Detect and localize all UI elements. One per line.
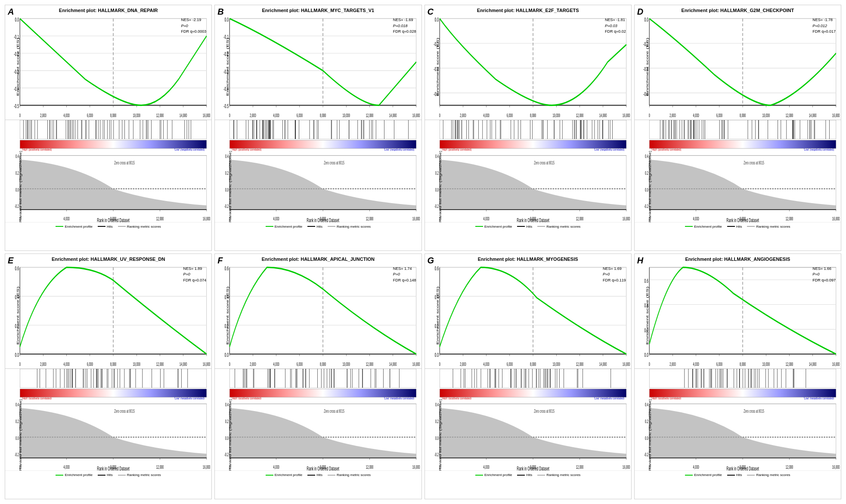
panel-id-E: E — [8, 256, 13, 266]
ranking-chart-D: 0.40.20.0-0.2 04,0008,00012,00016,000 Ze… — [635, 151, 841, 222]
legend-line-black-C — [517, 226, 525, 227]
svg-text:6,000: 6,000 — [297, 112, 303, 118]
svg-text:10,000: 10,000 — [343, 112, 350, 118]
svg-text:Rank in Ordered Dataset: Rank in Ordered Dataset — [517, 466, 549, 470]
svg-text:Enrichment score (ES): Enrichment score (ES) — [16, 38, 20, 96]
svg-text:0.2: 0.2 — [225, 170, 229, 176]
panel-id-D: D — [637, 7, 643, 17]
legend-line-green-C — [475, 226, 483, 227]
es-chart-F: 0.00.20.40.6 02,0004,0006,0008,00010,000… — [215, 263, 421, 369]
svg-text:4,000: 4,000 — [483, 112, 489, 118]
es-chart-B: 0.0-0.1-0.2-0.3-0.4-0.5 02,0004,0006,000… — [215, 14, 421, 120]
svg-text:0.0: 0.0 — [645, 187, 648, 192]
legend-ranking-label-B: Ranking metric scores — [337, 225, 371, 229]
svg-text:12,000: 12,000 — [156, 216, 164, 221]
legend-enrichment-F: Enrichment profile — [266, 473, 302, 477]
chart-area-A: 0.0-0.1-0.2-0.3-0.4-0.5 02,0004,0006,000… — [5, 14, 211, 250]
svg-text:6,000: 6,000 — [87, 112, 93, 118]
legend-line-black-F — [307, 475, 315, 476]
svg-text:14,000: 14,000 — [599, 112, 606, 118]
legend-line-black-G — [517, 475, 525, 476]
svg-text:0: 0 — [648, 112, 650, 118]
panel-id-H: H — [637, 256, 643, 266]
legend-ranking-label-H: Ranking metric scores — [756, 473, 790, 477]
svg-text:-0.2: -0.2 — [224, 452, 229, 458]
svg-text:4,000: 4,000 — [273, 216, 280, 221]
svg-text:16,000: 16,000 — [832, 112, 840, 118]
svg-text:-0.5: -0.5 — [14, 103, 19, 109]
svg-text:4,000: 4,000 — [63, 361, 69, 367]
legend-line-green-E — [56, 475, 63, 476]
svg-text:12,000: 12,000 — [156, 112, 164, 118]
panel-title-H: Enrichment plot: HALLMARK_ANGIOGENESIS — [635, 255, 841, 263]
svg-text:0.0: 0.0 — [225, 16, 229, 22]
hits-bar-C — [425, 120, 631, 139]
fdr-F: FDR q=0.148 — [393, 278, 416, 284]
legend-enrichment-C: Enrichment profile — [475, 225, 512, 229]
svg-text:16,000: 16,000 — [203, 216, 211, 221]
svg-text:12,000: 12,000 — [576, 361, 583, 367]
hits-bar-H — [635, 369, 841, 388]
svg-text:4,000: 4,000 — [273, 464, 280, 470]
panel-title-B: Enrichment plot: HALLMARK_MYC_TARGETS_V1 — [215, 6, 421, 14]
es-chart-G: 0.00.20.40.6 02,0004,0006,0008,00010,000… — [425, 263, 631, 369]
panel-id-A: A — [8, 7, 14, 17]
svg-text:16,000: 16,000 — [412, 216, 420, 221]
panel-D: D Enrichment plot: HALLMARK_G2M_CHECKPOI… — [634, 5, 841, 251]
svg-text:Ranked list metric (Signal2Noi: Ranked list metric (Signal2Noise) — [229, 151, 232, 222]
legend-line-green-A — [56, 226, 63, 227]
svg-text:0.0: 0.0 — [434, 16, 439, 22]
svg-text:Enrichment score (ES): Enrichment score (ES) — [226, 286, 229, 344]
svg-text:0.6: 0.6 — [434, 265, 439, 271]
svg-text:Rank in Ordered Dataset: Rank in Ordered Dataset — [517, 217, 549, 222]
svg-text:10,000: 10,000 — [762, 112, 769, 118]
legend-line-gray-F — [328, 475, 335, 476]
svg-text:-0.2: -0.2 — [434, 204, 439, 209]
svg-text:0.0: 0.0 — [645, 436, 648, 441]
svg-text:4,000: 4,000 — [693, 464, 699, 470]
hits-bar-G — [425, 369, 631, 388]
svg-text:12,000: 12,000 — [785, 464, 793, 470]
legend-hits-label-H: Hits — [736, 473, 742, 477]
svg-text:Zero cross at 8015: Zero cross at 8015 — [534, 160, 555, 165]
panel-F: F Enrichment plot: HALLMARK_APICAL_JUNCT… — [214, 254, 421, 500]
svg-text:4,000: 4,000 — [483, 464, 490, 470]
ranking-chart-B: 0.40.20.0-0.2 04,0008,00012,00016,000 Ze… — [215, 151, 421, 222]
svg-text:0.0: 0.0 — [15, 16, 19, 22]
svg-text:6,000: 6,000 — [716, 112, 722, 118]
svg-text:8,000: 8,000 — [740, 361, 746, 367]
svg-text:12,000: 12,000 — [366, 216, 374, 221]
hits-bar-F — [215, 369, 421, 388]
fdr-C: FDR q=0.02 — [605, 29, 626, 35]
legend-ranking-label-F: Ranking metric scores — [337, 473, 371, 477]
svg-text:16,000: 16,000 — [832, 361, 840, 367]
legend-F: Enrichment profile Hits Ranking metric s… — [215, 470, 421, 479]
chart-area-E: 0.00.20.40.6 02,0004,0006,0008,00010,000… — [5, 263, 211, 499]
ranking-chart-H: 0.40.20.0-0.2 04,0008,00012,00016,000 Ze… — [635, 399, 841, 470]
legend-line-gray-B — [328, 226, 335, 227]
svg-text:0: 0 — [229, 112, 230, 118]
svg-text:0.0: 0.0 — [225, 436, 229, 441]
legend-enrichment-E: Enrichment profile — [56, 473, 92, 477]
ranking-chart-F: 0.40.20.0-0.2 04,0008,00012,00016,000 Ze… — [215, 399, 421, 470]
legend-enrichment-A: Enrichment profile — [56, 225, 92, 229]
svg-text:0.4: 0.4 — [645, 402, 648, 408]
svg-text:Ranked list metric (Signal2Noi: Ranked list metric (Signal2Noise) — [439, 399, 442, 470]
svg-text:0: 0 — [229, 361, 230, 367]
svg-text:0.0: 0.0 — [15, 351, 19, 358]
svg-text:0.0: 0.0 — [644, 351, 648, 358]
svg-text:Zero cross at 8015: Zero cross at 8015 — [114, 160, 135, 165]
svg-text:-0.2: -0.2 — [15, 204, 19, 209]
pval-D: P=0.012 — [812, 23, 836, 29]
panel-title-D: Enrichment plot: HALLMARK_G2M_CHECKPOINT — [635, 6, 841, 14]
svg-text:16,000: 16,000 — [623, 216, 630, 221]
svg-text:Ranked list metric (Signal2Noi: Ranked list metric (Signal2Noise) — [648, 399, 651, 470]
svg-text:8,000: 8,000 — [320, 112, 326, 118]
svg-text:Rank in Ordered Dataset: Rank in Ordered Dataset — [307, 466, 339, 470]
svg-text:-0.2: -0.2 — [434, 452, 439, 458]
color-bar-A: 'High' (positively correlated) 'Low' (ne… — [5, 139, 211, 151]
svg-text:14,000: 14,000 — [809, 361, 816, 367]
svg-rect-387 — [649, 120, 836, 139]
color-bar-B: 'High' (positively correlated) 'Low' (ne… — [215, 139, 421, 151]
legend-hits-D: Hits — [727, 225, 742, 229]
